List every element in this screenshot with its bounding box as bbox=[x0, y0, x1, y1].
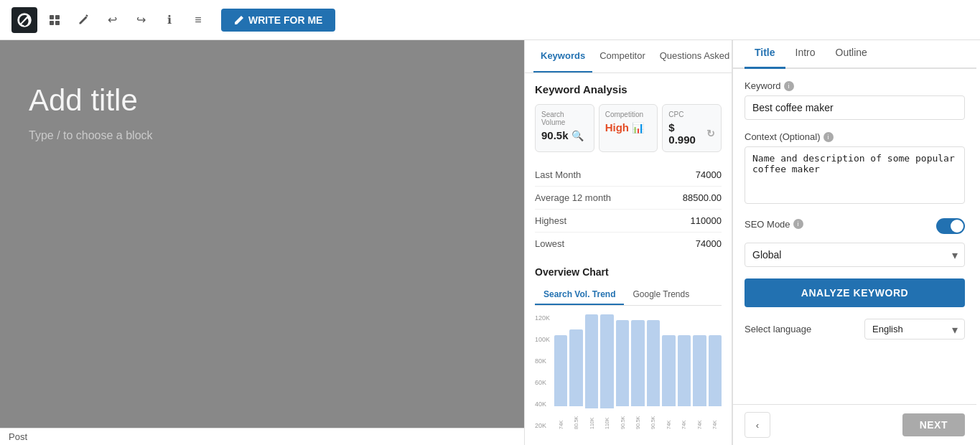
stat-row-lowest: Lowest 74000 bbox=[535, 233, 722, 255]
write-for-me-button[interactable]: WRITE FOR ME bbox=[221, 9, 335, 32]
editor-block-placeholder[interactable]: Type / to choose a block bbox=[29, 129, 495, 142]
keyword-info-icon[interactable]: i bbox=[784, 81, 794, 91]
keyword-analysis-title: Keyword Analysis bbox=[535, 83, 722, 95]
bar-fill-2 bbox=[585, 314, 598, 408]
chart-bar-0: 74K bbox=[554, 314, 567, 429]
editor-area: Add title Type / to choose a block bbox=[0, 40, 524, 445]
chart-bar-6: 90.5K bbox=[647, 314, 660, 429]
seo-mode-row: SEO Mode i bbox=[745, 218, 965, 234]
post-label: Post bbox=[0, 428, 524, 445]
search-volume-value: 90.5k 🔍 bbox=[541, 129, 588, 141]
tab-search-vol-trend[interactable]: Search Vol. Trend bbox=[535, 285, 624, 305]
keyword-stats: Search Volume 90.5k 🔍 Competition High 📊… bbox=[535, 104, 722, 152]
analyze-keyword-button[interactable]: ANALYZE KEYWORD bbox=[745, 278, 965, 307]
svg-rect-4 bbox=[55, 21, 60, 25]
bar-fill-4 bbox=[616, 320, 629, 406]
bar-label-5: 90.5K bbox=[635, 409, 640, 429]
y-label-80k: 80K bbox=[535, 357, 550, 365]
y-label-100k: 100K bbox=[535, 336, 550, 343]
chart-bars: 74K80.5K110K110K90.5K90.5K90.5K74K74K74K… bbox=[554, 314, 722, 429]
bar-fill-6 bbox=[647, 320, 660, 406]
seo-mode-info-icon[interactable]: i bbox=[793, 219, 803, 229]
editor-title[interactable]: Add title bbox=[29, 83, 495, 118]
bar-label-7: 74K bbox=[666, 409, 671, 429]
tab-google-trends[interactable]: Google Trends bbox=[624, 285, 698, 305]
keyword-input[interactable] bbox=[745, 95, 965, 120]
next-button[interactable]: NEXT bbox=[902, 413, 965, 436]
lowest-value: 74000 bbox=[696, 238, 722, 249]
competition-label: Competition bbox=[605, 111, 652, 118]
language-dropdown[interactable]: English French Spanish German bbox=[864, 319, 965, 339]
seo-mode-toggle[interactable] bbox=[936, 218, 965, 234]
chart-bar-3: 110K bbox=[600, 314, 613, 429]
add-block-button[interactable] bbox=[43, 9, 66, 32]
cpc-box: CPC $ 0.990 ↻ bbox=[662, 104, 722, 152]
wordpress-logo bbox=[11, 7, 37, 33]
chart-y-labels: 120K 100K 80K 60K 40K 20K bbox=[535, 314, 553, 429]
keyword-panel: Keywords Competitor Questions Asked Keyw… bbox=[524, 40, 732, 445]
undo-button[interactable]: ↩ bbox=[101, 9, 123, 32]
bar-fill-9 bbox=[693, 335, 706, 406]
chart-bar-1: 80.5K bbox=[569, 314, 582, 429]
last-month-value: 74000 bbox=[696, 169, 722, 180]
tab-keywords[interactable]: Keywords bbox=[533, 40, 592, 72]
bar-fill-7 bbox=[662, 335, 675, 406]
language-row: Select language English French Spanish G… bbox=[745, 319, 965, 339]
keyword-panel-tabs: Keywords Competitor Questions Asked bbox=[525, 40, 732, 73]
search-volume-label: Search Volume bbox=[541, 111, 588, 126]
redo-button[interactable]: ↪ bbox=[129, 9, 152, 32]
bar-label-1: 80.5K bbox=[574, 409, 579, 429]
y-label-120k: 120K bbox=[535, 314, 550, 322]
bar-fill-0 bbox=[554, 335, 567, 406]
bar-label-8: 74K bbox=[681, 409, 686, 429]
list-view-button[interactable]: ≡ bbox=[187, 9, 210, 32]
bar-fill-3 bbox=[600, 314, 613, 408]
chart-bar-2: 110K bbox=[585, 314, 598, 429]
chart-bar-5: 90.5K bbox=[631, 314, 644, 429]
chart-bar-4: 90.5K bbox=[616, 314, 629, 429]
svg-rect-3 bbox=[50, 21, 54, 25]
last-month-label: Last Month bbox=[535, 169, 581, 180]
search-icon: 🔍 bbox=[571, 130, 584, 141]
tab-questions-asked[interactable]: Questions Asked bbox=[653, 40, 732, 72]
region-dropdown[interactable]: Global United States United Kingdom Aust… bbox=[745, 243, 965, 267]
info-button[interactable]: ℹ bbox=[158, 9, 181, 32]
genie-footer: ‹ NEXT bbox=[733, 404, 976, 445]
keyword-field-label: Keyword i bbox=[745, 80, 965, 91]
svg-rect-1 bbox=[50, 15, 54, 19]
tab-title[interactable]: Title bbox=[745, 38, 785, 69]
y-label-60k: 60K bbox=[535, 379, 550, 386]
bar-label-2: 110K bbox=[589, 411, 594, 429]
chart-bar-7: 74K bbox=[662, 314, 675, 429]
genie-content: Keyword i Context (Optional) i Name and … bbox=[733, 69, 976, 404]
tab-intro[interactable]: Intro bbox=[785, 38, 826, 69]
back-button[interactable]: ‹ bbox=[745, 412, 770, 438]
svg-rect-2 bbox=[55, 15, 60, 19]
genie-panel: genie ✕ Title Intro Outline Keyword i Co… bbox=[732, 0, 976, 445]
y-label-20k: 20K bbox=[535, 422, 550, 429]
cpc-label: CPC bbox=[668, 111, 715, 118]
stat-row-highest: Highest 110000 bbox=[535, 210, 722, 233]
cpc-value: $ 0.990 ↻ bbox=[668, 121, 715, 146]
overview-bar-chart: 120K 100K 80K 60K 40K 20K 74K80.5K110K11… bbox=[535, 314, 722, 444]
stat-row-average: Average 12 month 88500.00 bbox=[535, 187, 722, 210]
edit-button[interactable] bbox=[72, 9, 95, 32]
genie-tabs: Title Intro Outline bbox=[733, 38, 976, 69]
tab-outline[interactable]: Outline bbox=[826, 38, 877, 69]
search-volume-box: Search Volume 90.5k 🔍 bbox=[535, 104, 594, 152]
bar-fill-5 bbox=[631, 320, 644, 406]
language-label: Select language bbox=[745, 324, 811, 334]
bar-label-4: 90.5K bbox=[620, 409, 625, 429]
context-info-icon[interactable]: i bbox=[823, 132, 834, 142]
context-textarea[interactable]: Name and description of some popular cof… bbox=[745, 146, 965, 204]
overview-chart-title: Overview Chart bbox=[535, 266, 722, 278]
bar-chart-icon: 📊 bbox=[632, 122, 644, 134]
stats-table: Last Month 74000 Average 12 month 88500.… bbox=[535, 164, 722, 255]
bar-label-9: 74K bbox=[697, 409, 702, 429]
tab-competitor[interactable]: Competitor bbox=[592, 40, 653, 72]
context-field-label: Context (Optional) i bbox=[745, 131, 965, 142]
bar-fill-1 bbox=[569, 329, 582, 406]
competition-box: Competition High 📊 bbox=[599, 104, 658, 152]
chart-tabs: Search Vol. Trend Google Trends bbox=[535, 285, 722, 306]
highest-value: 110000 bbox=[691, 215, 722, 226]
